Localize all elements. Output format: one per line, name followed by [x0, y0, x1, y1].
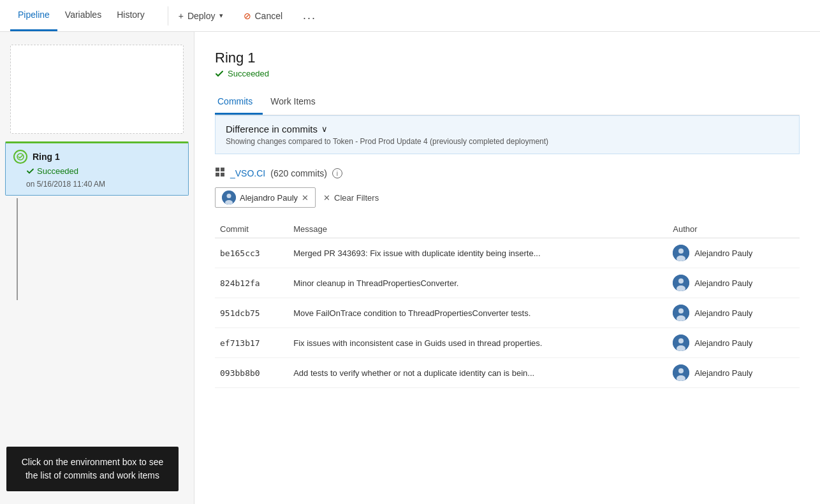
- svg-rect-3: [216, 173, 219, 176]
- table-row: ef713b17Fix issues with inconsistent cas…: [215, 328, 800, 358]
- env-status-label: Succeeded: [37, 166, 78, 176]
- table-row: be165cc3Merged PR 343693: Fix issue with…: [215, 238, 800, 268]
- clear-filters-label: Clear Filters: [334, 193, 379, 203]
- chip-close-button[interactable]: ✕: [302, 193, 309, 203]
- commit-hash[interactable]: be165cc3: [215, 238, 288, 268]
- clear-filters-button[interactable]: ✕ Clear Filters: [323, 193, 379, 203]
- repo-name[interactable]: _VSO.CI: [230, 168, 265, 178]
- col-commit-label: Commit: [220, 224, 249, 234]
- tab-pipeline[interactable]: Pipeline: [10, 0, 57, 31]
- diff-banner-subtitle: Showing changes compared to Token - Prod…: [226, 137, 789, 146]
- author-name: Alejandro Pauly: [694, 368, 752, 378]
- env-card-ring1[interactable]: Ring 1 Succeeded on 5/16/2018 11:40 AM: [5, 141, 189, 196]
- cancel-icon: ⊘: [244, 11, 251, 21]
- commit-message: Add tests to verify whether or not a dup…: [288, 358, 668, 388]
- table-row: 824b12faMinor cleanup in ThreadPropertie…: [215, 268, 800, 298]
- repo-header: _VSO.CI (620 commits) i: [215, 167, 800, 180]
- tab-commits[interactable]: Commits: [215, 91, 263, 115]
- content-area: Ring 1 Succeeded Commits Work Items Diff…: [194, 32, 820, 504]
- tab-history[interactable]: History: [109, 0, 152, 31]
- tab-pipeline-label: Pipeline: [18, 10, 50, 20]
- col-header-author: Author: [668, 220, 800, 238]
- author-name: Alejandro Pauly: [694, 248, 752, 258]
- tab-commits-label: Commits: [217, 96, 253, 106]
- filter-author-name: Alejandro Pauly: [240, 193, 298, 203]
- filter-row: Alejandro Pauly ✕ ✕ Clear Filters: [215, 187, 800, 208]
- page-title: Ring 1: [215, 50, 800, 66]
- commit-author: Alejandro Pauly: [668, 298, 800, 328]
- author-avatar: [673, 335, 689, 351]
- repo-icon: [215, 167, 225, 180]
- diff-banner: Difference in commits ∨ Showing changes …: [215, 115, 800, 154]
- succeeded-check-icon: [215, 69, 224, 78]
- author-avatar: [673, 275, 689, 291]
- content-tabs: Commits Work Items: [215, 91, 800, 115]
- env-card-name: Ring 1: [33, 152, 60, 162]
- cancel-button[interactable]: ⊘ Cancel: [238, 8, 288, 24]
- nav-divider: [168, 6, 168, 25]
- nav-actions: + Deploy ▾ ⊘ Cancel ...: [173, 6, 321, 25]
- author-name: Alejandro Pauly: [694, 308, 752, 318]
- commit-message: Merged PR 343693: Fix issue with duplica…: [288, 238, 668, 268]
- col-message-label: Message: [293, 224, 327, 234]
- author-avatar: [673, 305, 689, 321]
- tab-variables-label: Variables: [65, 10, 101, 20]
- commit-author: Alejandro Pauly: [668, 268, 800, 298]
- author-avatar: [673, 364, 689, 381]
- tab-workitems[interactable]: Work Items: [268, 91, 326, 115]
- content-status-label: Succeeded: [228, 69, 269, 78]
- commit-hash[interactable]: 093bb8b0: [215, 358, 288, 388]
- svg-point-6: [227, 194, 231, 198]
- col-author-label: Author: [673, 224, 697, 234]
- svg-rect-2: [221, 168, 224, 171]
- svg-point-15: [678, 308, 684, 313]
- diff-banner-title-text: Difference in commits: [226, 124, 318, 134]
- env-card-title: Ring 1: [13, 150, 180, 164]
- tooltip-box: Click on the environment box to see the …: [6, 447, 179, 491]
- commit-author: Alejandro Pauly: [668, 358, 800, 388]
- svg-rect-1: [216, 168, 219, 171]
- diff-banner-title[interactable]: Difference in commits ∨: [226, 124, 789, 134]
- svg-rect-4: [221, 173, 224, 176]
- svg-point-18: [678, 338, 684, 343]
- commit-hash[interactable]: ef713b17: [215, 328, 288, 358]
- env-card-status: Succeeded: [26, 166, 180, 176]
- more-button[interactable]: ...: [298, 6, 321, 25]
- cancel-label: Cancel: [255, 11, 283, 21]
- author-name: Alejandro Pauly: [694, 338, 752, 348]
- author-name: Alejandro Pauly: [694, 278, 752, 288]
- svg-point-9: [678, 248, 684, 254]
- env-card-date: on 5/16/2018 11:40 AM: [26, 180, 180, 189]
- commit-author: Alejandro Pauly: [668, 238, 800, 268]
- svg-point-21: [678, 368, 684, 373]
- deploy-button[interactable]: + Deploy ▾: [173, 8, 228, 24]
- chevron-down-icon: ∨: [321, 124, 328, 134]
- col-header-message: Message: [288, 220, 668, 238]
- commit-author: Alejandro Pauly: [668, 328, 800, 358]
- commit-message: Minor cleanup in ThreadPropertiesConvert…: [288, 268, 668, 298]
- repo-count: (620 commits): [270, 168, 327, 178]
- content-status: Succeeded: [215, 69, 800, 78]
- commits-table: Commit Message Author be165cc3Merged PR …: [215, 220, 800, 388]
- more-label: ...: [303, 9, 316, 22]
- commit-hash[interactable]: 951dcb75: [215, 298, 288, 328]
- commit-hash[interactable]: 824b12fa: [215, 268, 288, 298]
- sidebar: Ring 1 Succeeded on 5/16/2018 11:40 AM C…: [0, 32, 194, 504]
- tab-variables[interactable]: Variables: [57, 0, 109, 31]
- main-layout: Ring 1 Succeeded on 5/16/2018 11:40 AM C…: [0, 32, 820, 504]
- col-header-commit: Commit: [215, 220, 288, 238]
- deploy-label: Deploy: [187, 11, 216, 21]
- clear-filters-x-icon: ✕: [323, 193, 330, 203]
- sidebar-empty-area: [10, 45, 184, 134]
- env-status-icon: [13, 150, 27, 164]
- check-icon: [26, 167, 34, 175]
- info-icon[interactable]: i: [332, 168, 342, 178]
- chevron-down-icon: ▾: [219, 11, 223, 20]
- table-row: 951dcb75Move FailOnTrace condition to Th…: [215, 298, 800, 328]
- nav-tabs: Pipeline Variables History: [10, 0, 152, 31]
- author-avatar: [673, 245, 689, 261]
- connector-line: [17, 198, 18, 300]
- commit-message: Fix issues with inconsistent case in Gui…: [288, 328, 668, 358]
- filter-chip-author[interactable]: Alejandro Pauly ✕: [215, 187, 316, 208]
- svg-point-12: [678, 278, 684, 284]
